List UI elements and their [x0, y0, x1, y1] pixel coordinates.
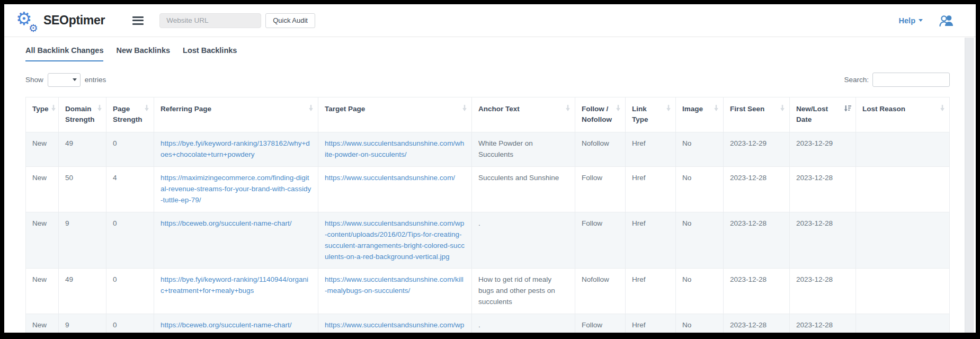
referring-page-link[interactable]: https://bceweb.org/succulent-name-chart/	[161, 219, 292, 227]
target-page-link[interactable]: https://www.succulentsandsunshine.com/	[325, 174, 455, 182]
cell-link-type: Href	[626, 269, 676, 314]
sort-down-icon	[714, 105, 719, 113]
referring-page-link[interactable]: https://maximizingecommerce.com/finding-…	[161, 174, 311, 204]
cell-anchor-text: Succulents and Sunshine	[472, 166, 575, 212]
backlinks-table: Type Domain Strength Page Strength Refer…	[25, 97, 950, 333]
seoptimer-gear-icon: ⚙ ⚙	[16, 9, 39, 32]
cell-anchor-text: .	[472, 212, 575, 269]
cell-type: New	[26, 132, 59, 167]
column-header-anchor-text[interactable]: Anchor Text	[472, 97, 575, 132]
cell-new-lost-date: 2023-12-28	[790, 166, 856, 212]
referring-page-link[interactable]: https://bye.fyi/keyword-ranking/1140944/…	[161, 275, 308, 295]
cell-page-strength: 0	[106, 132, 154, 167]
column-header-first-seen[interactable]: First Seen	[724, 97, 790, 132]
cell-image: No	[676, 212, 724, 269]
cell-domain-strength: 49	[59, 269, 106, 314]
cell-lost-reason	[856, 314, 950, 333]
cell-domain-strength: 9	[59, 314, 106, 333]
cell-follow: Follow	[575, 314, 626, 333]
help-label: Help	[899, 16, 915, 25]
tab-all-backlink-changes[interactable]: All Backlink Changes	[25, 46, 103, 61]
cell-type: New	[26, 314, 59, 333]
cell-link-type: Href	[626, 166, 676, 212]
entries-label: entries	[85, 76, 106, 84]
table-controls: Show entries Search:	[25, 73, 950, 87]
brand-name: SEOptimer	[43, 13, 105, 28]
cell-page-strength: 0	[106, 314, 154, 333]
cell-new-lost-date: 2023-12-28	[790, 212, 856, 269]
hamburger-menu-icon[interactable]	[130, 12, 146, 29]
column-header-lost-reason[interactable]: Lost Reason	[856, 97, 950, 132]
vertical-scrollbar[interactable]	[965, 38, 974, 333]
cell-follow: Follow	[575, 212, 626, 269]
show-label: Show	[25, 76, 43, 84]
sort-amount-desc-icon	[844, 105, 851, 113]
target-page-link[interactable]: https://www.succulentsandsunshine.com/wp…	[325, 219, 465, 261]
referring-page-link[interactable]: https://bceweb.org/succulent-name-chart/	[161, 321, 292, 329]
column-header-link-type[interactable]: Link Type	[626, 97, 676, 132]
column-header-type[interactable]: Type	[26, 97, 59, 132]
sort-down-icon	[666, 105, 671, 113]
search-label: Search:	[844, 76, 869, 84]
cell-follow: Follow	[575, 166, 626, 212]
table-row: New 49 0 https://bye.fyi/keyword-ranking…	[26, 269, 950, 314]
cell-first-seen: 2023-12-29	[724, 132, 790, 167]
sort-down-icon	[462, 105, 467, 113]
sort-down-icon	[51, 105, 56, 113]
cell-lost-reason	[856, 269, 950, 314]
quick-audit-button[interactable]: Quick Audit	[265, 13, 315, 28]
page-length-select[interactable]	[48, 73, 81, 87]
account-users-icon[interactable]	[939, 15, 954, 26]
cell-first-seen: 2023-12-28	[724, 166, 790, 212]
backlink-tabs: All Backlink Changes New Backlinks Lost …	[4, 37, 976, 61]
column-header-referring-page[interactable]: Referring Page	[154, 97, 318, 132]
table-row: New 9 0 https://bceweb.org/succulent-nam…	[26, 314, 950, 333]
cell-image: No	[676, 314, 724, 333]
cell-lost-reason	[856, 212, 950, 269]
chevron-down-icon	[919, 19, 923, 22]
column-header-page-strength[interactable]: Page Strength	[106, 97, 154, 132]
cell-new-lost-date: 2023-12-28	[790, 314, 856, 333]
column-header-image[interactable]: Image	[676, 97, 724, 132]
cell-first-seen: 2023-12-28	[724, 212, 790, 269]
cell-domain-strength: 49	[59, 132, 106, 167]
cell-domain-strength: 9	[59, 212, 106, 269]
cell-follow: Nofollow	[575, 132, 626, 167]
cell-link-type: Href	[626, 212, 676, 269]
seoptimer-logo[interactable]: ⚙ ⚙ SEOptimer	[16, 9, 105, 32]
tab-new-backlinks[interactable]: New Backlinks	[116, 46, 170, 61]
cell-anchor-text: White Powder on Succulents	[472, 132, 575, 167]
cell-lost-reason	[856, 132, 950, 167]
sort-down-icon	[97, 105, 102, 113]
cell-lost-reason	[856, 166, 950, 212]
cell-anchor-text: How to get rid of mealy bugs and other p…	[472, 269, 575, 314]
column-header-domain-strength[interactable]: Domain Strength	[59, 97, 106, 132]
target-page-link[interactable]: https://www.succulentsandsunshine.com/ki…	[325, 275, 464, 295]
sort-down-icon	[780, 105, 785, 113]
cell-type: New	[26, 166, 59, 212]
cell-image: No	[676, 269, 724, 314]
cell-page-strength: 0	[106, 269, 154, 314]
cell-anchor-text: .	[472, 314, 575, 333]
target-page-link[interactable]: https://www.succulentsandsunshine.com/wh…	[325, 139, 464, 158]
top-bar: ⚙ ⚙ SEOptimer Quick Audit Help	[4, 4, 976, 37]
help-menu[interactable]: Help	[899, 16, 923, 25]
cell-page-strength: 4	[106, 166, 154, 212]
tab-lost-backlinks[interactable]: Lost Backlinks	[183, 46, 237, 61]
column-header-follow-nofollow[interactable]: Follow / Nofollow	[575, 97, 626, 132]
column-header-new-lost-date[interactable]: New/Lost Date	[790, 97, 856, 132]
table-row: New 49 0 https://bye.fyi/keyword-ranking…	[26, 132, 950, 167]
website-url-input[interactable]	[159, 13, 261, 28]
target-page-link[interactable]: https://www.succulentsandsunshine.com/wp…	[325, 321, 464, 333]
column-header-target-page[interactable]: Target Page	[318, 97, 472, 132]
cell-type: New	[26, 212, 59, 269]
backlink-monitoring-page: ⚙ ⚙ SEOptimer Quick Audit Help	[4, 4, 976, 333]
sort-down-icon	[616, 105, 621, 113]
cell-domain-strength: 50	[59, 166, 106, 212]
cell-link-type: Href	[626, 314, 676, 333]
cell-new-lost-date: 2023-12-29	[790, 132, 856, 167]
referring-page-link[interactable]: https://bye.fyi/keyword-ranking/1378162/…	[161, 139, 310, 158]
search-input[interactable]	[872, 73, 950, 87]
cell-page-strength: 0	[106, 212, 154, 269]
table-header-row: Type Domain Strength Page Strength Refer…	[26, 97, 950, 132]
